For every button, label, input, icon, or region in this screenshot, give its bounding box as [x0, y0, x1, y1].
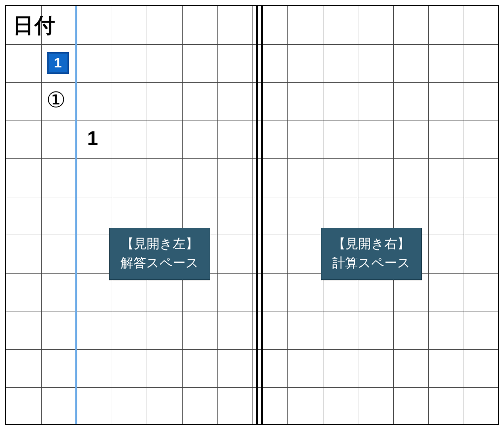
left-margin-line — [75, 6, 77, 424]
caption-left: 【見開き左】 解答スペース — [109, 228, 210, 280]
caption-right: 【見開き右】 計算スペース — [321, 228, 422, 280]
grid-background — [6, 6, 498, 424]
plain-number: 1 — [87, 127, 98, 150]
caption-left-line1: 【見開き左】 — [121, 234, 199, 253]
center-spine — [256, 6, 263, 424]
date-label: 日付 — [13, 12, 56, 39]
notebook-spread: 日付 1 ① 1 【見開き左】 解答スペース 【見開き右】 計算スペース — [5, 5, 499, 425]
subpart-circled-number: ① — [46, 87, 65, 112]
caption-left-line2: 解答スペース — [121, 253, 199, 273]
caption-right-line2: 計算スペース — [332, 253, 410, 273]
problem-number-box: 1 — [47, 52, 69, 74]
caption-right-line1: 【見開き右】 — [332, 234, 410, 253]
problem-number-text: 1 — [54, 55, 62, 71]
